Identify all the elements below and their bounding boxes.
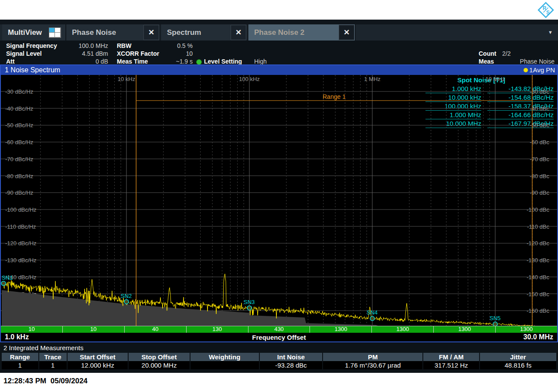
noise-spectrum-titlebar[interactable]: 1 Noise Spectrum 1Avg PN bbox=[1, 65, 557, 75]
column-header: Trace bbox=[39, 353, 67, 361]
y-axis-tick-right: -90 dBc bbox=[530, 189, 549, 196]
rohde-schwarz-logo-icon: R S bbox=[536, 0, 555, 20]
xcorr-factor-value[interactable]: 10 bbox=[153, 50, 193, 57]
column-header: Stop Offset bbox=[129, 353, 190, 361]
column-header: Int Noise bbox=[260, 353, 323, 361]
y-axis-tick-left: -50 dBc/Hz bbox=[5, 122, 33, 128]
segment-count: 430 bbox=[248, 326, 310, 333]
tab-label: Phase Noise 2 bbox=[248, 28, 339, 37]
y-axis-tick-left: -60 dBc/Hz bbox=[5, 139, 33, 145]
segment-count: 130 bbox=[187, 326, 248, 333]
trace-badge: 1Avg PN bbox=[524, 65, 555, 75]
y-axis-tick-right: -80 dBc bbox=[530, 173, 549, 179]
multiview-grid-icon bbox=[49, 27, 61, 38]
integrated-measurements-table: RangeTraceStart OffsetStop OffsetWeighti… bbox=[2, 353, 556, 369]
field-label: Count bbox=[479, 50, 496, 57]
table-cell: 1 bbox=[39, 361, 67, 369]
plot-canvas: -30 dBc/Hz-30 dBc-40 dBc/Hz-40 dBc-50 dB… bbox=[1, 75, 557, 326]
spot-marker-sn2 bbox=[124, 300, 129, 304]
logo-letter-s: S bbox=[546, 10, 550, 16]
table-cell: 20.000 MHz bbox=[129, 361, 190, 369]
segment-count: 1300 bbox=[434, 326, 496, 333]
x-axis-stop-value: 30.0 MHz bbox=[524, 333, 553, 341]
tab-label: Spectrum bbox=[161, 28, 231, 37]
tab-multiview[interactable]: MultiView bbox=[2, 24, 66, 41]
panel-title: 2 Integrated Measurements bbox=[0, 343, 558, 353]
spot-marker-label: SN3 bbox=[244, 299, 255, 305]
top-strip: R S bbox=[0, 0, 558, 20]
tab-phase-noise-2[interactable]: Phase Noise 2 ✕ bbox=[248, 24, 356, 41]
table-cell: 1 bbox=[2, 361, 38, 369]
spot-marker-label: SN4 bbox=[367, 309, 378, 316]
y-axis-tick-right: -110 dBc bbox=[527, 223, 550, 230]
tab-row: MultiView Phase Noise ✕ Spectrum ✕ Phase… bbox=[0, 24, 558, 41]
count-value: 2/2 bbox=[502, 50, 510, 57]
tab-phase-noise[interactable]: Phase Noise ✕ bbox=[66, 24, 160, 41]
noise-floor-area bbox=[2, 290, 378, 326]
column-header: Start Offset bbox=[68, 353, 128, 361]
y-axis-tick-right: -100 dBc bbox=[527, 206, 550, 213]
segment-count: 10 bbox=[63, 326, 125, 333]
trace-color-dot-icon bbox=[524, 68, 528, 72]
tab-spectrum[interactable]: Spectrum ✕ bbox=[161, 24, 248, 41]
y-axis-tick-right: -70 dBc bbox=[530, 156, 549, 162]
x-axis-label: Frequency Offset bbox=[1, 334, 557, 341]
tab-overflow-dropdown-icon[interactable]: ▼ bbox=[548, 30, 553, 35]
y-axis-tick-right: -140 dBc bbox=[527, 274, 550, 280]
table-row: 1112.000 kHz20.000 MHz-93.28 dBc1.76 m°/… bbox=[2, 361, 556, 369]
y-axis-tick-right: -60 dBc bbox=[530, 139, 549, 145]
close-icon[interactable]: ✕ bbox=[143, 25, 159, 40]
field-label: Signal Level bbox=[6, 50, 42, 57]
rbw-value[interactable]: 0.5 % bbox=[153, 42, 193, 50]
y-axis-tick-left: -130 dBc/Hz bbox=[5, 257, 37, 264]
segment-count: 1300 bbox=[496, 326, 557, 333]
phase-noise-plot[interactable]: Spot Noise [T1] 1.000 kHz-143.82 dBc/Hz1… bbox=[1, 75, 557, 326]
close-icon[interactable]: ✕ bbox=[231, 25, 246, 40]
column-header: Range bbox=[2, 353, 38, 361]
field-label: RBW bbox=[117, 42, 131, 50]
segment-count: 1300 bbox=[372, 326, 434, 333]
x-axis-decade-label: 1 MHz bbox=[364, 76, 381, 82]
tab-label: Phase Noise bbox=[66, 28, 143, 37]
measurement-header: Signal Frequency 100.0 MHz Signal Level … bbox=[0, 41, 558, 64]
instrument-screen: R S MultiView Phase Noise ✕ Spectrum ✕ P… bbox=[0, 0, 558, 392]
spot-marker-sn4 bbox=[370, 316, 374, 321]
column-header: PM bbox=[323, 353, 422, 361]
column-header: Weighting bbox=[191, 353, 259, 361]
y-axis-tick-left: -90 dBc/Hz bbox=[5, 189, 33, 196]
x-axis-decade-label: 10 MHz bbox=[486, 76, 505, 82]
spot-marker-sn3 bbox=[247, 306, 252, 310]
signal-level-value[interactable]: 4.51 dBm bbox=[52, 50, 108, 57]
y-axis-tick-right: -40 dBc bbox=[530, 105, 549, 112]
y-axis-tick-left: -30 dBc/Hz bbox=[5, 88, 33, 95]
segment-count: 1300 bbox=[310, 326, 372, 333]
integrated-measurements-panel: 2 Integrated Measurements RangeTraceStar… bbox=[0, 343, 558, 369]
close-icon[interactable]: ✕ bbox=[339, 25, 354, 40]
column-header: Jitter bbox=[480, 353, 556, 361]
y-axis-tick-right: -160 dBc bbox=[527, 308, 550, 314]
x-axis-decade-label: 100 kHz bbox=[239, 76, 260, 82]
table-cell: -93.28 dBc bbox=[260, 361, 323, 369]
y-axis-tick-left: -100 dBc/Hz bbox=[5, 206, 37, 213]
y-axis-tick-left: -120 dBc/Hz bbox=[5, 240, 37, 247]
frequency-axis-row: 1.0 kHz Frequency Offset 30.0 MHz bbox=[1, 333, 557, 341]
spot-marker-sn5 bbox=[493, 322, 497, 326]
y-axis-tick-right: -120 dBc bbox=[527, 240, 550, 247]
tab-label: MultiView bbox=[2, 28, 48, 37]
y-axis-tick-left: -70 dBc/Hz bbox=[5, 156, 33, 162]
segment-average-bar: 1010401304301300130013001300 bbox=[1, 326, 557, 333]
column-header: FM / AM bbox=[423, 353, 479, 361]
footer-strip: 12:28:43 PM 05/09/2024 bbox=[0, 373, 558, 392]
x-axis-decade-label: 10 kHz bbox=[118, 76, 135, 82]
tab-bar: MultiView Phase Noise ✕ Spectrum ✕ Phase… bbox=[0, 20, 558, 41]
field-label: Signal Frequency bbox=[6, 42, 57, 50]
table-cell bbox=[191, 361, 259, 369]
y-axis-tick-left: -40 dBc/Hz bbox=[5, 105, 33, 112]
trace-badge-label: 1Avg PN bbox=[529, 65, 555, 75]
table-cell: 317.512 Hz bbox=[423, 361, 479, 369]
signal-frequency-value[interactable]: 100.0 MHz bbox=[52, 42, 108, 50]
y-axis-tick-right: -150 dBc bbox=[527, 291, 550, 297]
y-axis-tick-left: -110 dBc/Hz bbox=[5, 223, 36, 230]
spot-marker-label: SN2 bbox=[121, 293, 132, 299]
range-label: Range 1 bbox=[323, 93, 346, 100]
